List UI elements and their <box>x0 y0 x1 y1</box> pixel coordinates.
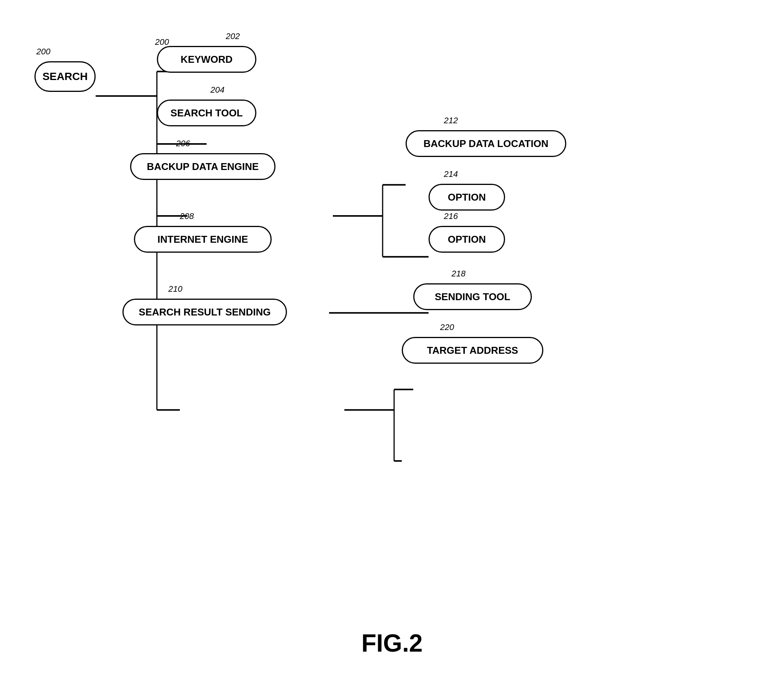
node-internet-engine-label: INTERNET ENGINE <box>158 234 248 246</box>
node-backup-data-engine-label: BACKUP DATA ENGINE <box>147 161 259 173</box>
id-backup-data-engine: 206 <box>176 139 190 148</box>
node-search-result-sending-label: SEARCH RESULT SENDING <box>139 306 271 318</box>
id-search-tool: 204 <box>211 85 225 95</box>
node-search-label: SEARCH <box>43 71 87 83</box>
node-backup-data-engine: BACKUP DATA ENGINE <box>130 153 275 180</box>
id-option1: 214 <box>444 169 458 179</box>
figure-caption: FIG.2 <box>361 629 422 657</box>
id-backup-data-location: 212 <box>444 115 458 125</box>
id-option2: 216 <box>444 211 458 221</box>
node-backup-data-location-label: BACKUP DATA LOCATION <box>423 138 548 150</box>
node-option-2-label: OPTION <box>448 234 486 246</box>
node-option-1: OPTION <box>428 184 505 211</box>
node-sending-tool: SENDING TOOL <box>413 283 532 310</box>
connector-lines <box>23 23 769 559</box>
node-keyword-label: KEYWORD <box>181 54 233 66</box>
node-target-address-label: TARGET ADDRESS <box>427 345 518 356</box>
label-200: 200 <box>155 37 169 47</box>
node-sending-tool-label: SENDING TOOL <box>435 291 510 303</box>
id-search: 200 <box>36 47 51 57</box>
node-option-1-label: OPTION <box>448 191 486 203</box>
id-sending-tool: 218 <box>451 269 466 279</box>
node-option-2: OPTION <box>428 226 505 253</box>
node-keyword: KEYWORD <box>157 46 256 73</box>
id-internet-engine: 208 <box>180 211 194 221</box>
node-search-tool-label: SEARCH TOOL <box>171 107 243 119</box>
node-backup-data-location: BACKUP DATA LOCATION <box>405 130 566 157</box>
node-search-result-sending: SEARCH RESULT SENDING <box>122 299 287 325</box>
node-search: SEARCH <box>35 61 96 92</box>
diagram-container: 200 SEARCH 200 KEYWORD 202 SEARCH TOOL 2… <box>23 23 769 559</box>
id-search-result-sending: 210 <box>168 284 183 294</box>
node-internet-engine: INTERNET ENGINE <box>134 226 272 253</box>
node-search-tool: SEARCH TOOL <box>157 99 256 126</box>
id-target-address: 220 <box>440 322 454 332</box>
node-target-address: TARGET ADDRESS <box>402 337 544 364</box>
id-keyword: 202 <box>226 31 240 41</box>
